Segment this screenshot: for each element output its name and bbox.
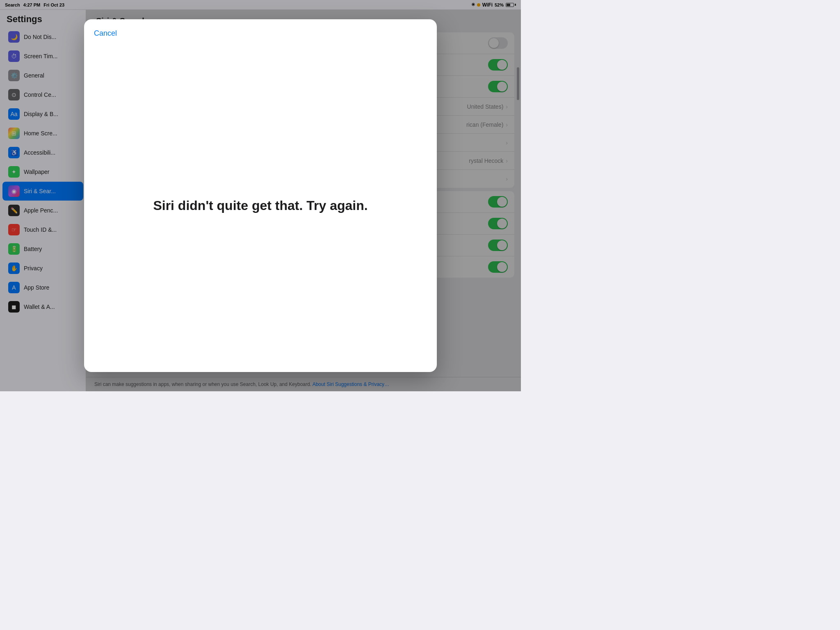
modal-body: Siri didn't quite get that. Try again. (84, 39, 437, 372)
siri-error-modal: Cancel Siri didn't quite get that. Try a… (84, 19, 437, 372)
modal-overlay: Cancel Siri didn't quite get that. Try a… (0, 0, 521, 391)
modal-message: Siri didn't quite get that. Try again. (153, 197, 368, 215)
cancel-button[interactable]: Cancel (94, 27, 117, 39)
modal-header: Cancel (84, 19, 437, 39)
